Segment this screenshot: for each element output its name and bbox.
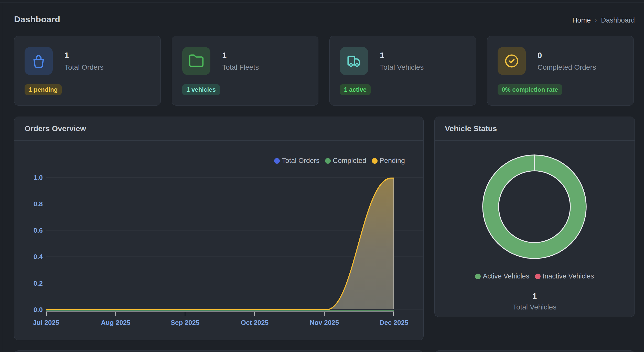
x-axis-tick: Oct 2025	[232, 319, 278, 327]
legend-label: Active Vehicles	[483, 272, 529, 280]
stat-value: 1	[222, 51, 227, 60]
truck-icon	[346, 53, 362, 69]
legend-item-total-orders[interactable]: Total Orders	[274, 157, 319, 165]
x-axis-tick: Sep 2025	[162, 319, 208, 327]
bottom-left-card-partial	[14, 350, 424, 352]
stat-value: 1	[65, 51, 69, 60]
stat-icon-tile	[182, 47, 210, 75]
x-axis-tick: Aug 2025	[93, 319, 139, 327]
folder-icon	[188, 53, 204, 69]
legend-item-active-vehicles[interactable]: Active Vehicles	[475, 272, 529, 280]
stat-value: 0	[538, 51, 542, 60]
y-axis-tick: 0.0	[22, 306, 43, 314]
shopping-bag-icon	[31, 53, 47, 69]
stat-card-total-orders: 1 Total Orders 1 pending	[14, 36, 161, 106]
x-axis-tick: Jul 2025	[23, 319, 69, 327]
vehicle-status-donut-chart	[478, 150, 591, 263]
vehicle-total-label: Total Vehicles	[435, 303, 635, 311]
legend-label: Completed	[333, 157, 366, 165]
x-axis-tick: Dec 2025	[371, 319, 417, 327]
y-axis-tick: 1.0	[22, 174, 43, 182]
stat-card-completed-orders: 0 Completed Orders 0% completion rate	[487, 36, 634, 106]
legend-dot-icon	[325, 158, 331, 164]
status-badge: 1 active	[340, 84, 371, 95]
check-circle-icon	[504, 53, 520, 69]
stat-icon-tile	[25, 47, 53, 75]
y-axis-tick: 0.4	[22, 253, 43, 261]
legend-dot-icon	[475, 274, 481, 279]
legend-label: Pending	[380, 157, 405, 165]
y-axis-tick: 0.6	[22, 226, 43, 234]
y-axis-tick: 0.8	[22, 200, 43, 208]
x-axis-tick: Nov 2025	[301, 319, 347, 327]
status-badge: 1 pending	[25, 84, 62, 95]
orders-overview-title: Orders Overview	[25, 124, 86, 133]
vehicle-status-title: Vehicle Status	[445, 124, 497, 133]
stat-icon-tile	[498, 47, 526, 75]
legend-dot-icon	[535, 274, 541, 279]
stat-label: Total Orders	[65, 63, 104, 71]
legend-item-completed[interactable]: Completed	[325, 157, 366, 165]
vehicle-status-card: Vehicle Status Active Vehicles Inactive …	[434, 117, 635, 317]
vehicle-total-value: 1	[435, 292, 635, 301]
legend-dot-icon	[372, 158, 378, 164]
orders-overview-header: Orders Overview	[14, 117, 423, 141]
status-badge: 0% completion rate	[498, 84, 562, 95]
page-title: Dashboard	[14, 14, 60, 24]
vehicle-status-header: Vehicle Status	[435, 117, 635, 141]
vehicle-chart-legend: Active Vehicles Inactive Vehicles	[435, 272, 635, 280]
orders-overview-card: Orders Overview Total Orders Completed P…	[14, 117, 424, 340]
stat-value: 1	[380, 51, 384, 60]
breadcrumb-home-link[interactable]: Home	[572, 16, 591, 24]
status-badge: 1 vehicles	[182, 84, 220, 95]
breadcrumb: Home › Dashboard	[572, 16, 635, 24]
orders-chart-legend: Total Orders Completed Pending	[274, 157, 405, 165]
stat-label: Completed Orders	[538, 63, 596, 71]
bottom-right-card-partial	[434, 350, 635, 352]
legend-dot-icon	[274, 158, 280, 164]
stat-label: Total Fleets	[222, 63, 259, 71]
stat-icon-tile	[340, 47, 368, 75]
legend-item-pending[interactable]: Pending	[372, 157, 405, 165]
left-divider	[3, 3, 3, 352]
stat-label: Total Vehicles	[380, 63, 424, 71]
y-axis-tick: 0.2	[22, 279, 43, 287]
top-divider	[0, 3, 644, 3]
breadcrumb-current: Dashboard	[601, 16, 635, 24]
orders-area-chart	[46, 177, 423, 318]
legend-label: Inactive Vehicles	[543, 272, 594, 280]
legend-label: Total Orders	[282, 157, 319, 165]
stat-card-total-vehicles: 1 Total Vehicles 1 active	[329, 36, 476, 106]
stat-card-total-fleets: 1 Total Fleets 1 vehicles	[172, 36, 318, 106]
chevron-right-icon: ›	[595, 17, 597, 24]
legend-item-inactive-vehicles[interactable]: Inactive Vehicles	[535, 272, 594, 280]
